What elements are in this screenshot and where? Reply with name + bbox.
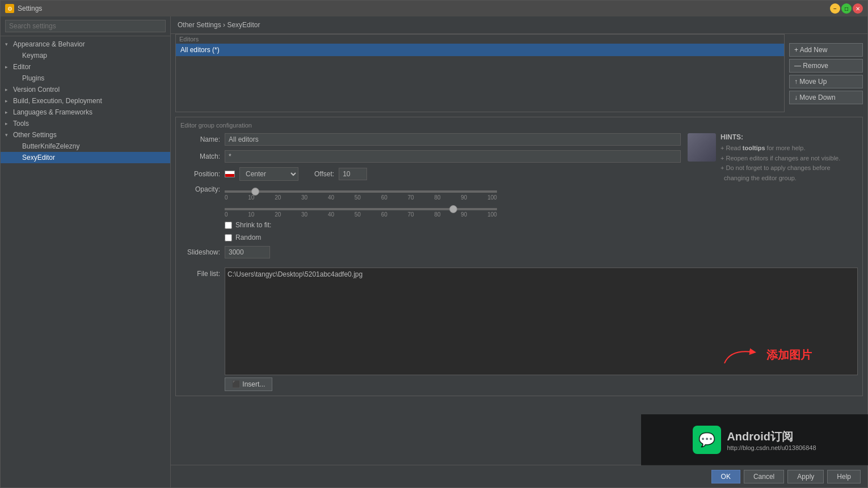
- sidebar-item-label: SexyEditor: [22, 154, 55, 162]
- name-input[interactable]: [225, 133, 681, 146]
- second-slider[interactable]: [225, 208, 497, 210]
- arrow-annotation: 添加图片: [719, 343, 812, 366]
- position-label: Position:: [180, 170, 220, 178]
- sidebar-item-editor[interactable]: ▸ Editor: [1, 61, 170, 73]
- breadcrumb: Other Settings › SexyEditor: [171, 16, 867, 34]
- expand-arrow: ▾: [5, 41, 11, 47]
- hints-title: HINTS:: [720, 133, 840, 141]
- sidebar-item-butterknife[interactable]: ButterKnifeZelezny: [1, 141, 170, 152]
- search-input[interactable]: [5, 20, 166, 32]
- watermark-title: Android订阅: [727, 429, 816, 444]
- add-new-button[interactable]: + Add New: [789, 43, 863, 57]
- sidebar-item-label: Version Control: [13, 86, 60, 94]
- watermark-content: 💬 Android订阅 http://blog.csdn.net/u013806…: [693, 426, 816, 454]
- match-input[interactable]: [225, 150, 681, 163]
- file-list-box: C:\Users\tangyc\Desktop\5201abc4adfe0.jp…: [225, 268, 858, 375]
- config-section: Editor group configuration Name:: [175, 117, 863, 396]
- expand-arrow: ▸: [5, 64, 11, 70]
- sidebar-item-other-settings[interactable]: ▾ Other Settings: [1, 129, 170, 141]
- hints-text: + Read tooltips for more help. + Reopen …: [720, 143, 840, 183]
- opacity-ticks: 0102030405060708090100: [225, 194, 497, 201]
- editor-list-item[interactable]: All editors (*): [176, 44, 784, 56]
- sidebar-tree: ▾ Appearance & Behavior Keymap ▸ Editor …: [1, 36, 170, 487]
- sidebar-item-label: Editor: [13, 63, 31, 71]
- window-controls: − □ ✕: [830, 3, 863, 14]
- opacity-slider[interactable]: [225, 190, 497, 193]
- hints-box: HINTS: + Read tooltips for more help. + …: [688, 133, 858, 263]
- flag-icon: [225, 171, 235, 177]
- config-section-title: Editor group configuration: [180, 122, 858, 129]
- opacity-label: Opacity:: [180, 185, 220, 193]
- maximize-button[interactable]: □: [841, 3, 852, 14]
- help-button[interactable]: Help: [827, 470, 861, 483]
- sidebar-item-tools[interactable]: ▸ Tools: [1, 118, 170, 129]
- slideshow-input[interactable]: [225, 246, 270, 258]
- main-content: Editors All editors (*) + Add New — Remo…: [171, 34, 867, 465]
- apply-button[interactable]: Apply: [787, 470, 824, 483]
- breadcrumb-current: SexyEditor: [227, 21, 260, 29]
- random-row: Random: [225, 234, 681, 241]
- watermark-text: Android订阅 http://blog.csdn.net/u01380684…: [727, 429, 816, 451]
- settings-window: ⚙ Settings − □ ✕ ▾ Appearance & Behavior: [0, 0, 868, 488]
- sidebar: ▾ Appearance & Behavior Keymap ▸ Editor …: [1, 16, 171, 487]
- title-bar-left: ⚙ Settings: [5, 4, 42, 13]
- offset-label: Offset:: [314, 170, 334, 178]
- watermark: 💬 Android订阅 http://blog.csdn.net/u013806…: [641, 414, 868, 465]
- sidebar-item-languages[interactable]: ▸ Languages & Frameworks: [1, 107, 170, 118]
- ok-button[interactable]: OK: [711, 470, 740, 483]
- sidebar-item-keymap[interactable]: Keymap: [1, 50, 170, 61]
- random-checkbox[interactable]: [225, 234, 232, 241]
- app-icon: ⚙: [5, 4, 14, 13]
- editors-section-title: Editors: [176, 35, 784, 44]
- name-label: Name:: [180, 135, 220, 143]
- sidebar-item-label: Plugins: [22, 74, 44, 82]
- title-bar: ⚙ Settings − □ ✕: [1, 1, 867, 16]
- cancel-button[interactable]: Cancel: [744, 470, 784, 483]
- name-row: Name:: [180, 133, 681, 146]
- arrow-svg: [719, 343, 764, 366]
- hints-image: [688, 133, 716, 162]
- watermark-sub: http://blog.csdn.net/u013806848: [727, 444, 816, 451]
- position-select[interactable]: Center Top Left Top Right Bottom Left Bo…: [239, 167, 298, 181]
- hints-content: HINTS: + Read tooltips for more help. + …: [720, 133, 840, 183]
- remove-button[interactable]: — Remove: [789, 59, 863, 73]
- slideshow-label: Slideshow:: [180, 248, 220, 256]
- expand-arrow: ▸: [5, 109, 11, 115]
- shrink-checkbox[interactable]: [225, 222, 232, 229]
- slideshow-row: Slideshow:: [180, 246, 681, 258]
- bottom-bar: OK Cancel Apply Help: [171, 465, 867, 487]
- insert-button[interactable]: ⬛ Insert...: [225, 377, 272, 391]
- sidebar-item-version-control[interactable]: ▸ Version Control: [1, 84, 170, 95]
- sidebar-item-label: Build, Execution, Deployment: [13, 97, 102, 105]
- minimize-button[interactable]: −: [830, 3, 840, 14]
- position-row: Position: Center Top Left Top Right Bott…: [180, 167, 681, 181]
- sidebar-item-label: Appearance & Behavior: [13, 40, 85, 48]
- expand-arrow: ▾: [5, 132, 11, 138]
- shrink-label: Shrink to fit:: [235, 221, 271, 229]
- second-slider-row: [180, 204, 681, 210]
- sidebar-item-appearance[interactable]: ▾ Appearance & Behavior: [1, 39, 170, 50]
- move-down-button[interactable]: ↓ Move Down: [789, 91, 863, 104]
- random-label: Random: [235, 234, 261, 241]
- close-button[interactable]: ✕: [853, 3, 863, 14]
- file-list-container: C:\Users\tangyc\Desktop\5201abc4adfe0.jp…: [225, 268, 858, 391]
- editors-list: All editors (*): [176, 44, 784, 112]
- expand-arrow: ▸: [5, 87, 11, 92]
- file-path: C:\Users\tangyc\Desktop\5201abc4adfe0.jp…: [227, 270, 363, 278]
- move-up-button[interactable]: ↑ Move Up: [789, 75, 863, 88]
- sidebar-item-label: Languages & Frameworks: [13, 108, 92, 116]
- settings-scroll-area: Editors All editors (*) + Add New — Remo…: [171, 34, 867, 465]
- sidebar-item-sexyeditor[interactable]: SexyEditor: [1, 152, 170, 163]
- shrink-row: Shrink to fit:: [225, 221, 681, 229]
- annotation-text: 添加图片: [766, 347, 812, 363]
- search-bar: [1, 16, 170, 36]
- sidebar-item-label: Other Settings: [13, 131, 57, 139]
- sidebar-item-build[interactable]: ▸ Build, Execution, Deployment: [1, 95, 170, 107]
- sidebar-item-plugins[interactable]: Plugins: [1, 73, 170, 84]
- match-label: Match:: [180, 152, 220, 160]
- offset-input[interactable]: [339, 168, 367, 180]
- window-title: Settings: [18, 5, 42, 12]
- sidebar-item-label: Keymap: [22, 52, 47, 60]
- expand-arrow: ▸: [5, 98, 11, 104]
- opacity-row: Opacity:: [180, 185, 681, 193]
